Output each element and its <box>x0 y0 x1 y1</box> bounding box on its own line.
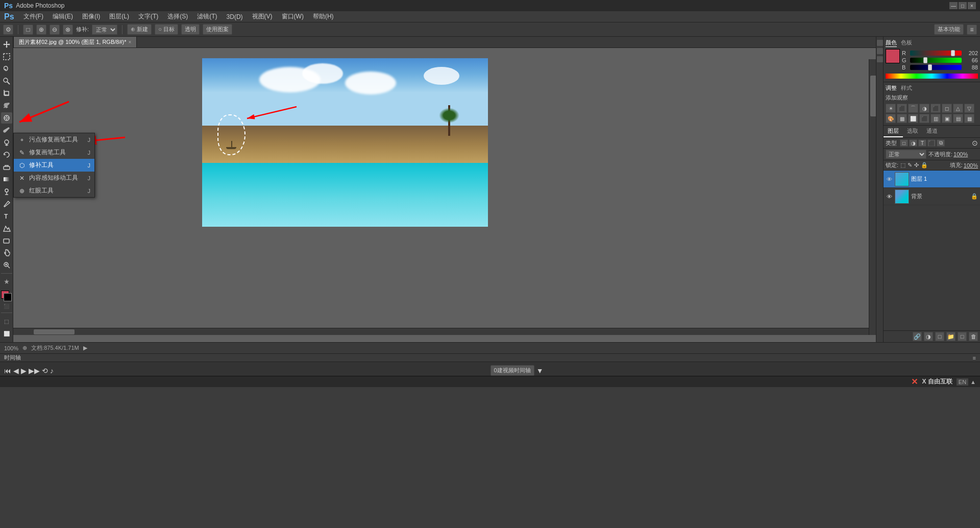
panel-strip-btn3[interactable] <box>877 56 883 62</box>
close-button[interactable]: × <box>968 2 976 9</box>
menu-select[interactable]: 选择(S) <box>163 11 192 22</box>
b-thumb[interactable] <box>928 64 932 70</box>
timeline-options-btn[interactable]: ≡ <box>973 355 976 361</box>
zoom-tool[interactable] <box>1 259 12 271</box>
filter-text-icon[interactable]: T <box>918 139 926 147</box>
tab-paths[interactable]: 通道 <box>922 126 942 137</box>
adj-exposure-icon[interactable]: ⬛ <box>897 104 907 113</box>
hand-tool[interactable] <box>1 247 12 258</box>
patch-tool active[interactable] <box>1 112 12 124</box>
lock-transparent-icon[interactable]: ⬚ <box>900 162 905 169</box>
workspace-options-icon[interactable]: ≡ <box>967 25 977 35</box>
add-mask-btn[interactable]: □ <box>935 332 944 341</box>
adj-threshold-icon[interactable]: ▣ <box>942 114 952 123</box>
adj-vibrance-icon[interactable]: ⬛ <box>930 104 941 113</box>
color-tab-swatches[interactable]: 色板 <box>901 39 912 47</box>
adj-gradient-map-icon[interactable]: ▤ <box>953 114 963 123</box>
ctx-red-eye[interactable]: ⊕ 红眼工具 J <box>14 184 94 197</box>
audio-btn[interactable]: ♪ <box>50 367 54 375</box>
subtract-selection-icon[interactable]: ⊖ <box>50 25 60 35</box>
adj-levels-icon[interactable]: ◑ <box>919 104 929 113</box>
layer-1-visibility-toggle[interactable]: 👁 <box>886 176 893 183</box>
lock-pixels-icon[interactable]: ✎ <box>908 162 912 169</box>
filter-smart-icon[interactable]: ⧉ <box>937 139 945 147</box>
canvas-area[interactable]: 图片素材02.jpg @ 100% (图层 1, RGB/8#)* × <box>13 37 876 342</box>
new-selection-icon[interactable]: □ <box>23 25 33 35</box>
quick-mask-tool[interactable]: ⬚ <box>1 316 12 327</box>
quick-select-tool[interactable] <box>1 76 12 87</box>
lock-position-icon[interactable]: ✣ <box>914 162 919 169</box>
layer-item-background[interactable]: 👁 背景 🔒 <box>884 188 980 205</box>
adjust-tab-styles[interactable]: 样式 <box>901 84 912 92</box>
zoom-icon[interactable]: ⊕ <box>22 345 27 351</box>
adj-brightness-icon[interactable]: ☀ <box>886 104 896 113</box>
mode-select[interactable]: 正常 <box>92 25 117 35</box>
screen-mode-tool[interactable]: ⬜ <box>1 328 12 339</box>
input-method-area[interactable]: EN ▲ <box>957 378 976 386</box>
fill-value[interactable]: 100% <box>964 162 978 169</box>
adj-bw-icon[interactable]: ▽ <box>964 104 974 113</box>
new-button[interactable]: ⊕ 新建 <box>127 24 152 35</box>
ctx-healing-brush[interactable]: ✎ 修复画笔工具 J <box>14 146 94 159</box>
horizontal-scrollbar[interactable] <box>13 328 869 335</box>
loop-btn[interactable]: ⟲ <box>42 367 48 375</box>
next-frame-btn[interactable]: ▶▶ <box>29 367 40 375</box>
menu-image[interactable]: 图像(I) <box>78 11 104 22</box>
b-slider[interactable] <box>910 65 962 70</box>
ctx-spot-healing[interactable]: ⚬ 污点修复画笔工具 J <box>14 133 94 146</box>
brush-tool[interactable] <box>1 125 12 136</box>
menu-file[interactable]: 文件(F) <box>19 11 47 22</box>
adj-invert-icon[interactable]: ⬛ <box>919 114 929 123</box>
menu-view[interactable]: 视图(V) <box>248 11 277 22</box>
menu-3d[interactable]: 3D(D) <box>223 12 247 21</box>
color-tab-color[interactable]: 颜色 <box>886 39 897 47</box>
tab-channels[interactable]: 选取 <box>903 126 922 137</box>
filter-adjust-icon[interactable]: ◑ <box>909 139 917 147</box>
menu-text[interactable]: 文字(T) <box>134 11 162 22</box>
transparent-button[interactable]: 透明 <box>181 24 200 35</box>
blend-mode-select[interactable]: 正常 <box>886 150 926 159</box>
r-thumb[interactable] <box>951 50 955 56</box>
adj-colorlookup-icon[interactable]: ⬜ <box>908 114 918 123</box>
input-method-icon[interactable]: ▲ <box>970 379 976 385</box>
ctx-patch-tool[interactable]: ⬡ 修补工具 J <box>14 159 94 172</box>
adj-photofilter-icon[interactable]: 🎨 <box>886 114 896 123</box>
ctx-content-aware[interactable]: ✕ 内容感知移动工具 J <box>14 172 94 184</box>
adj-curves-icon[interactable]: ⌒ <box>908 104 918 113</box>
menu-window[interactable]: 窗口(W) <box>278 11 308 22</box>
adj-posterize-icon[interactable]: ▥ <box>930 114 941 123</box>
use-pattern-button[interactable]: 使用图案 <box>203 24 232 35</box>
pen-tool[interactable] <box>1 198 12 209</box>
g-slider[interactable] <box>910 58 962 63</box>
layer-filter-toggle[interactable]: ⊙ <box>972 139 978 147</box>
tab-layers[interactable]: 图层 <box>884 126 903 137</box>
filter-pixel-icon[interactable]: □ <box>900 139 908 147</box>
custom-tool[interactable] <box>1 276 12 287</box>
color-swatch-area[interactable] <box>1 291 12 302</box>
intersect-selection-icon[interactable]: ⊗ <box>63 25 73 35</box>
adj-channelmixer-icon[interactable]: ▩ <box>897 114 907 123</box>
new-group-btn[interactable]: 📁 <box>946 332 955 341</box>
eraser-tool[interactable] <box>1 161 12 173</box>
lasso-tool[interactable] <box>1 63 12 75</box>
background-color[interactable] <box>4 293 12 301</box>
background-visibility-toggle[interactable]: 👁 <box>886 193 893 200</box>
adj-colorbalance-icon[interactable]: △ <box>953 104 963 113</box>
opacity-value[interactable]: 100% <box>953 151 968 157</box>
vertical-scrollbar[interactable] <box>869 59 876 335</box>
layer-item-1[interactable]: 👁 图层 1 <box>884 171 980 188</box>
language-indicator[interactable]: EN <box>957 378 968 386</box>
menu-filter[interactable]: 滤镜(T) <box>193 11 221 22</box>
gradient-tool[interactable] <box>1 174 12 185</box>
more-options-icon[interactable]: ▶ <box>83 345 87 351</box>
g-thumb[interactable] <box>923 57 927 63</box>
maximize-button[interactable]: □ <box>959 2 967 9</box>
panel-strip-btn1[interactable] <box>877 40 883 46</box>
lock-all-icon[interactable]: 🔒 <box>921 162 928 169</box>
dodge-tool[interactable] <box>1 186 12 197</box>
move-tool[interactable] <box>1 39 12 50</box>
delete-layer-btn[interactable]: 🗑 <box>969 332 978 341</box>
adj-selective-color-icon[interactable]: ▦ <box>964 114 974 123</box>
menu-help[interactable]: 帮助(H) <box>309 11 338 22</box>
add-selection-icon[interactable]: ⊕ <box>36 25 46 35</box>
